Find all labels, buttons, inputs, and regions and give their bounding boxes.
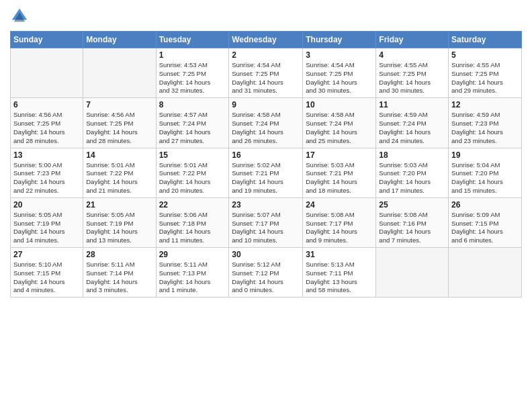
day-number: 3 xyxy=(306,50,373,60)
day-number: 17 xyxy=(306,150,373,160)
calendar-cell: 8Sunrise: 4:57 AM Sunset: 7:24 PM Daylig… xyxy=(156,98,229,148)
day-detail: Sunrise: 4:57 AM Sunset: 7:24 PM Dayligh… xyxy=(159,111,226,145)
weekday-header: Saturday xyxy=(449,32,522,48)
day-number: 29 xyxy=(159,250,226,259)
day-detail: Sunrise: 5:08 AM Sunset: 7:17 PM Dayligh… xyxy=(306,211,373,245)
logo-icon xyxy=(10,7,29,26)
day-detail: Sunrise: 4:56 AM Sunset: 7:25 PM Dayligh… xyxy=(86,111,152,145)
day-number: 22 xyxy=(159,200,226,210)
day-detail: Sunrise: 5:03 AM Sunset: 7:21 PM Dayligh… xyxy=(306,161,373,195)
day-detail: Sunrise: 4:55 AM Sunset: 7:25 PM Dayligh… xyxy=(379,61,445,95)
day-number: 4 xyxy=(379,50,445,60)
calendar-cell: 7Sunrise: 4:56 AM Sunset: 7:25 PM Daylig… xyxy=(83,98,156,148)
day-detail: Sunrise: 5:09 AM Sunset: 7:15 PM Dayligh… xyxy=(451,211,519,245)
day-detail: Sunrise: 5:01 AM Sunset: 7:22 PM Dayligh… xyxy=(86,161,152,195)
day-number: 19 xyxy=(451,150,519,160)
day-number: 25 xyxy=(379,200,445,210)
calendar-cell: 12Sunrise: 4:59 AM Sunset: 7:23 PM Dayli… xyxy=(449,98,522,148)
day-number: 7 xyxy=(86,100,152,109)
day-number: 24 xyxy=(306,200,373,210)
day-detail: Sunrise: 5:05 AM Sunset: 7:19 PM Dayligh… xyxy=(86,211,152,245)
weekday-header: Monday xyxy=(83,32,156,48)
calendar-cell xyxy=(11,48,83,98)
calendar-cell: 2Sunrise: 4:54 AM Sunset: 7:25 PM Daylig… xyxy=(229,48,303,98)
calendar-cell: 30Sunrise: 5:12 AM Sunset: 7:12 PM Dayli… xyxy=(229,248,303,298)
day-detail: Sunrise: 5:07 AM Sunset: 7:17 PM Dayligh… xyxy=(232,211,300,245)
day-number: 5 xyxy=(451,50,519,60)
day-detail: Sunrise: 5:01 AM Sunset: 7:22 PM Dayligh… xyxy=(159,161,226,195)
day-detail: Sunrise: 5:12 AM Sunset: 7:12 PM Dayligh… xyxy=(232,261,300,295)
calendar-week-row: 1Sunrise: 4:53 AM Sunset: 7:25 PM Daylig… xyxy=(11,48,522,98)
calendar-cell: 28Sunrise: 5:11 AM Sunset: 7:14 PM Dayli… xyxy=(83,248,156,298)
day-detail: Sunrise: 5:02 AM Sunset: 7:21 PM Dayligh… xyxy=(232,161,300,195)
day-number: 21 xyxy=(86,200,152,210)
logo xyxy=(10,7,32,26)
day-detail: Sunrise: 5:08 AM Sunset: 7:16 PM Dayligh… xyxy=(379,211,445,245)
day-detail: Sunrise: 4:54 AM Sunset: 7:25 PM Dayligh… xyxy=(306,61,373,95)
calendar-cell: 20Sunrise: 5:05 AM Sunset: 7:19 PM Dayli… xyxy=(11,197,83,247)
day-number: 16 xyxy=(232,150,300,160)
day-detail: Sunrise: 5:00 AM Sunset: 7:23 PM Dayligh… xyxy=(13,161,80,195)
calendar-cell: 3Sunrise: 4:54 AM Sunset: 7:25 PM Daylig… xyxy=(303,48,376,98)
calendar-cell: 10Sunrise: 4:58 AM Sunset: 7:24 PM Dayli… xyxy=(303,98,376,148)
day-detail: Sunrise: 4:54 AM Sunset: 7:25 PM Dayligh… xyxy=(232,61,300,95)
weekday-header: Thursday xyxy=(303,32,376,48)
calendar-cell: 25Sunrise: 5:08 AM Sunset: 7:16 PM Dayli… xyxy=(376,197,449,247)
calendar-week-row: 27Sunrise: 5:10 AM Sunset: 7:15 PM Dayli… xyxy=(11,248,522,298)
day-detail: Sunrise: 5:11 AM Sunset: 7:14 PM Dayligh… xyxy=(86,261,152,295)
calendar-cell: 11Sunrise: 4:59 AM Sunset: 7:24 PM Dayli… xyxy=(376,98,449,148)
day-number: 31 xyxy=(306,250,373,259)
day-number: 8 xyxy=(159,100,226,109)
day-number: 15 xyxy=(159,150,226,160)
calendar-week-row: 6Sunrise: 4:56 AM Sunset: 7:25 PM Daylig… xyxy=(11,98,522,148)
day-number: 18 xyxy=(379,150,445,160)
weekday-header: Sunday xyxy=(11,32,83,48)
day-detail: Sunrise: 5:06 AM Sunset: 7:18 PM Dayligh… xyxy=(159,211,226,245)
calendar-cell: 17Sunrise: 5:03 AM Sunset: 7:21 PM Dayli… xyxy=(303,148,376,197)
weekday-header: Tuesday xyxy=(156,32,229,48)
day-detail: Sunrise: 4:53 AM Sunset: 7:25 PM Dayligh… xyxy=(159,61,226,95)
day-number: 27 xyxy=(13,250,80,259)
calendar-week-row: 13Sunrise: 5:00 AM Sunset: 7:23 PM Dayli… xyxy=(11,148,522,197)
day-detail: Sunrise: 4:58 AM Sunset: 7:24 PM Dayligh… xyxy=(306,111,373,145)
calendar-cell: 18Sunrise: 5:03 AM Sunset: 7:20 PM Dayli… xyxy=(376,148,449,197)
calendar-cell: 1Sunrise: 4:53 AM Sunset: 7:25 PM Daylig… xyxy=(156,48,229,98)
day-number: 6 xyxy=(13,100,80,109)
calendar-cell: 27Sunrise: 5:10 AM Sunset: 7:15 PM Dayli… xyxy=(11,248,83,298)
calendar-cell: 26Sunrise: 5:09 AM Sunset: 7:15 PM Dayli… xyxy=(449,197,522,247)
calendar-week-row: 20Sunrise: 5:05 AM Sunset: 7:19 PM Dayli… xyxy=(11,197,522,247)
calendar-cell: 31Sunrise: 5:13 AM Sunset: 7:11 PM Dayli… xyxy=(303,248,376,298)
weekday-header: Friday xyxy=(376,32,449,48)
day-number: 26 xyxy=(451,200,519,210)
calendar-cell: 29Sunrise: 5:11 AM Sunset: 7:13 PM Dayli… xyxy=(156,248,229,298)
day-detail: Sunrise: 5:05 AM Sunset: 7:19 PM Dayligh… xyxy=(13,211,80,245)
calendar-cell: 24Sunrise: 5:08 AM Sunset: 7:17 PM Dayli… xyxy=(303,197,376,247)
day-detail: Sunrise: 4:58 AM Sunset: 7:24 PM Dayligh… xyxy=(232,111,300,145)
calendar-cell xyxy=(83,48,156,98)
day-detail: Sunrise: 5:03 AM Sunset: 7:20 PM Dayligh… xyxy=(379,161,445,195)
day-number: 11 xyxy=(379,100,445,109)
calendar-cell: 14Sunrise: 5:01 AM Sunset: 7:22 PM Dayli… xyxy=(83,148,156,197)
day-number: 9 xyxy=(232,100,300,109)
day-detail: Sunrise: 4:56 AM Sunset: 7:25 PM Dayligh… xyxy=(13,111,80,145)
day-number: 1 xyxy=(159,50,226,60)
day-number: 20 xyxy=(13,200,80,210)
day-number: 12 xyxy=(451,100,519,109)
calendar-cell xyxy=(376,248,449,298)
calendar-cell: 21Sunrise: 5:05 AM Sunset: 7:19 PM Dayli… xyxy=(83,197,156,247)
day-number: 23 xyxy=(232,200,300,210)
header xyxy=(10,7,522,26)
calendar-cell: 22Sunrise: 5:06 AM Sunset: 7:18 PM Dayli… xyxy=(156,197,229,247)
calendar-table: SundayMondayTuesdayWednesdayThursdayFrid… xyxy=(10,31,522,298)
calendar-cell: 9Sunrise: 4:58 AM Sunset: 7:24 PM Daylig… xyxy=(229,98,303,148)
weekday-header: Wednesday xyxy=(229,32,303,48)
day-number: 2 xyxy=(232,50,300,60)
calendar-cell: 23Sunrise: 5:07 AM Sunset: 7:17 PM Dayli… xyxy=(229,197,303,247)
calendar-cell: 16Sunrise: 5:02 AM Sunset: 7:21 PM Dayli… xyxy=(229,148,303,197)
day-number: 10 xyxy=(306,100,373,109)
day-number: 28 xyxy=(86,250,152,259)
calendar-cell xyxy=(449,248,522,298)
day-number: 14 xyxy=(86,150,152,160)
day-detail: Sunrise: 4:55 AM Sunset: 7:25 PM Dayligh… xyxy=(451,61,519,95)
calendar-cell: 5Sunrise: 4:55 AM Sunset: 7:25 PM Daylig… xyxy=(449,48,522,98)
